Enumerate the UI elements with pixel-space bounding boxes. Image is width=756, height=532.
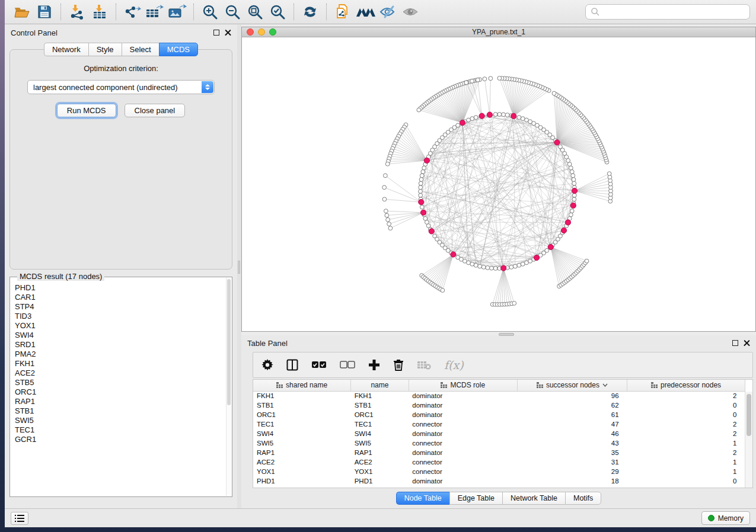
column-header-name[interactable]: name (351, 380, 409, 391)
mcds-result-item[interactable]: STP4 (15, 302, 225, 312)
table-scrollbar[interactable] (745, 392, 752, 488)
mcds-result-item[interactable]: TID3 (15, 312, 225, 321)
delete-table-icon-disabled (417, 356, 431, 374)
table-row[interactable]: STB1STB1dominator620 (253, 400, 745, 410)
mcds-result-item[interactable]: RAP1 (15, 397, 225, 406)
delete-column-icon[interactable] (393, 356, 404, 374)
mcds-result-item[interactable]: PMA2 (15, 350, 225, 359)
mcds-result-item[interactable]: ORC1 (15, 387, 225, 397)
mcds-result-item[interactable]: SWI4 (15, 331, 225, 340)
control-panel-tabs: NetworkStyleSelectMCDS (5, 43, 237, 56)
select-all-rows-icon[interactable] (311, 356, 327, 374)
table-row[interactable]: SWI4SWI4dominator462 (253, 429, 745, 438)
column-header-MCDS-role[interactable]: MCDS role (409, 380, 517, 391)
maximize-window-icon[interactable] (269, 28, 276, 36)
table-row[interactable]: ACE2ACE2connector311 (253, 457, 745, 467)
import-table-icon[interactable] (90, 2, 110, 21)
zoom-in-icon[interactable] (200, 2, 220, 21)
table-row[interactable]: PHD1PHD1dominator180 (253, 476, 745, 486)
table-tabs: Node TableEdge TableNetwork TableMotifs (241, 492, 756, 505)
mcds-result-item[interactable]: ACE2 (15, 368, 225, 378)
save-session-icon[interactable] (34, 2, 55, 21)
select-stepper-icon (202, 81, 213, 93)
mcds-result-item[interactable]: STB1 (15, 406, 225, 416)
network-canvas[interactable] (242, 37, 755, 331)
mcds-result-item[interactable]: FKH1 (15, 359, 225, 368)
tab-network-table[interactable]: Network Table (502, 492, 565, 505)
memory-button[interactable]: Memory (701, 511, 750, 525)
mcds-result-item[interactable]: PHD1 (15, 283, 225, 293)
tab-motifs[interactable]: Motifs (565, 492, 601, 505)
panel-splitter[interactable] (237, 25, 241, 508)
table-row[interactable]: RAP1RAP1dominator352 (253, 448, 745, 457)
status-bar: Memory (5, 508, 756, 527)
tab-style[interactable]: Style (88, 43, 122, 56)
table-row[interactable]: ORC1ORC1dominator610 (253, 410, 745, 419)
memory-label: Memory (718, 514, 744, 523)
column-header-shared-name[interactable]: shared name (253, 380, 351, 391)
toolbar-separator (60, 4, 61, 20)
first-neighbors-icon[interactable] (355, 2, 375, 21)
clone-network-icon[interactable] (333, 2, 353, 21)
table-row[interactable]: YOX1YOX1connector291 (253, 467, 745, 476)
mcds-result-item[interactable]: TEC1 (15, 425, 225, 435)
open-file-icon[interactable] (12, 2, 32, 21)
run-mcds-button[interactable]: Run MCDS (57, 104, 116, 117)
task-history-icon[interactable] (11, 512, 28, 525)
add-column-icon[interactable] (368, 356, 380, 374)
close-table-panel-icon[interactable] (744, 340, 750, 347)
search-input[interactable] (585, 4, 750, 20)
tab-mcds[interactable]: MCDS (159, 43, 198, 56)
toolbar-separator (116, 4, 116, 20)
optimization-criterion-select[interactable]: largest connected component (undirected) (27, 80, 215, 94)
mcds-result-item[interactable]: SRD1 (15, 340, 225, 350)
import-network-icon[interactable] (67, 2, 87, 21)
mcds-result-box: MCDS result (17 nodes) PHD1CAR1STP4TID3Y… (9, 277, 232, 497)
export-table-icon[interactable] (145, 2, 165, 21)
float-panel-icon[interactable] (213, 30, 219, 36)
mcds-result-item[interactable]: CAR1 (15, 293, 225, 302)
result-scrollbar[interactable] (226, 278, 231, 496)
table-row[interactable]: TEC1TEC1connector472 (253, 419, 745, 429)
control-panel-title: Control Panel (11, 28, 58, 37)
mcds-result-list[interactable]: PHD1CAR1STP4TID3YOX1SWI4SRD1PMA2FKH1ACE2… (12, 280, 226, 495)
node-table: shared namenameMCDS rolesuccessor nodesp… (253, 379, 753, 488)
zoom-out-icon[interactable] (222, 2, 243, 21)
export-image-icon[interactable] (167, 2, 187, 21)
tab-node-table[interactable]: Node Table (396, 492, 449, 505)
table-row[interactable]: SWI5SWI5connector431 (253, 438, 745, 448)
zoom-selected-icon[interactable] (267, 2, 288, 21)
table-panel-title: Table Panel (247, 339, 288, 348)
minimize-window-icon[interactable] (258, 28, 265, 36)
table-toolbar: f(x) (253, 352, 753, 378)
show-columns-icon[interactable] (286, 356, 298, 374)
column-header-predecessor-nodes[interactable]: predecessor nodes (627, 380, 745, 391)
network-window: YPA_prune.txt_1 (241, 27, 756, 332)
mcds-tab-content: Optimization criterion: largest connecte… (9, 49, 232, 270)
tab-select[interactable]: Select (122, 43, 159, 56)
tab-edge-table[interactable]: Edge Table (449, 492, 502, 505)
table-row[interactable]: FKH1FKH1dominator962 (253, 391, 745, 400)
show-all-icon[interactable] (400, 2, 420, 21)
close-panel-icon[interactable] (225, 30, 231, 36)
deselect-all-rows-icon[interactable] (340, 356, 355, 374)
zoom-fit-icon[interactable] (245, 2, 265, 21)
close-panel-button[interactable]: Close panel (125, 104, 186, 117)
main-toolbar (5, 0, 756, 24)
tab-network[interactable]: Network (44, 43, 88, 56)
export-network-icon[interactable] (122, 2, 142, 21)
float-table-panel-icon[interactable] (732, 340, 738, 346)
mcds-result-item[interactable]: STB5 (15, 378, 225, 387)
column-header-successor-nodes[interactable]: successor nodes (517, 380, 627, 391)
hide-selected-icon[interactable] (378, 2, 398, 21)
mcds-result-item[interactable]: GCR1 (15, 435, 225, 444)
apply-layout-icon[interactable] (300, 2, 320, 21)
mcds-result-item[interactable]: SWI5 (15, 416, 225, 425)
toolbar-separator (193, 4, 194, 20)
optimization-criterion-label: Optimization criterion: (10, 64, 232, 73)
control-panel: Control Panel NetworkStyleSelectMCDS Opt… (5, 25, 237, 508)
mcds-result-item[interactable]: YOX1 (15, 321, 225, 331)
table-settings-gear-icon[interactable] (261, 356, 273, 374)
network-titlebar[interactable]: YPA_prune.txt_1 (242, 27, 755, 37)
close-window-icon[interactable] (247, 28, 254, 36)
